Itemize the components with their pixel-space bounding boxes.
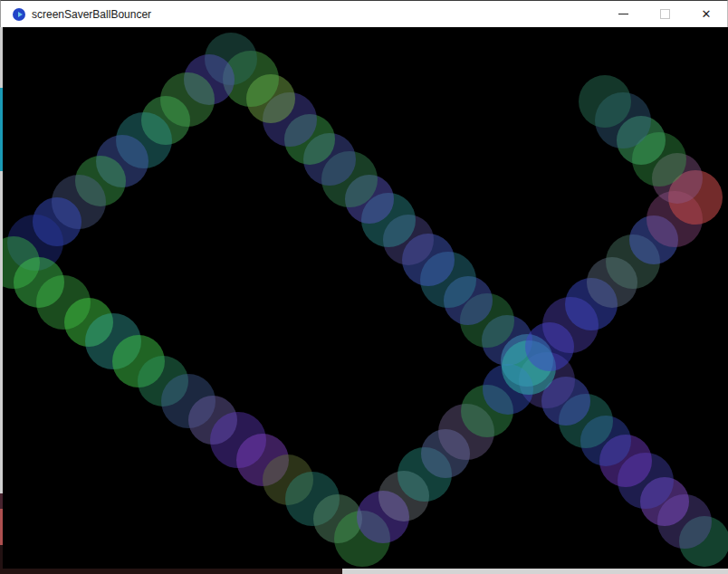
maximize-icon xyxy=(660,9,670,19)
app-icon xyxy=(13,8,25,21)
window-title: screenSaverBallBouncer xyxy=(32,1,151,28)
titlebar: screenSaverBallBouncer ✕ xyxy=(0,0,728,27)
bottom-sliver-segment xyxy=(0,569,342,574)
ball xyxy=(579,75,631,128)
minimize-icon xyxy=(618,14,628,14)
bottom-sliver-segment xyxy=(342,569,728,574)
ball-canvas xyxy=(3,27,728,569)
close-button[interactable]: ✕ xyxy=(685,1,727,27)
window-controls: ✕ xyxy=(602,1,727,28)
play-icon xyxy=(18,12,23,17)
ball-trail xyxy=(3,27,728,569)
minimize-button[interactable] xyxy=(602,1,644,27)
maximize-button[interactable] xyxy=(644,1,685,27)
close-icon: ✕ xyxy=(702,8,712,20)
